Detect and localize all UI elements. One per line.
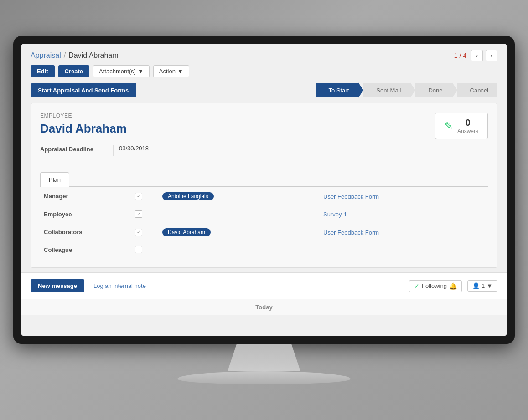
- create-button[interactable]: Create: [58, 65, 89, 77]
- manager-person: Antoine Langlais: [162, 192, 323, 200]
- pagination-label: 1 / 4: [454, 52, 466, 59]
- breadcrumb-parent[interactable]: Appraisal: [31, 51, 61, 60]
- step-cancel[interactable]: Cancel: [457, 83, 497, 97]
- manager-tag: Antoine Langlais: [162, 192, 214, 200]
- table-row: Manager Antoine Langlais User Feedback F…: [40, 187, 488, 205]
- deadline-label: Appraisal Deadline: [40, 145, 113, 153]
- answers-label: Answers: [457, 128, 478, 134]
- step-done[interactable]: Done: [415, 83, 451, 97]
- attachments-button[interactable]: Attachment(s) ▼: [93, 65, 150, 77]
- step-sent-mail[interactable]: Sent Mail: [363, 83, 410, 97]
- collaborators-person: David Abraham: [162, 228, 323, 236]
- arrow-2: [410, 82, 415, 98]
- collaborators-form-link[interactable]: User Feedback Form: [323, 229, 379, 236]
- breadcrumb: Appraisal / David Abraham: [31, 51, 119, 60]
- toolbar: Edit Create Attachment(s) ▼ Action ▼: [21, 65, 507, 82]
- check-icon: ✓: [414, 282, 419, 290]
- action-button[interactable]: Action ▼: [153, 65, 189, 77]
- step-items: To Start Sent Mail Done Cancel: [316, 82, 497, 98]
- plan-table: Manager Antoine Langlais User Feedback F…: [40, 187, 488, 258]
- bell-icon[interactable]: 🔔: [449, 282, 457, 290]
- deadline-value[interactable]: 03/30/2018: [113, 145, 149, 156]
- table-row: Collaborators David Abraham User Feedbac…: [40, 223, 488, 241]
- role-manager: Manager: [44, 193, 135, 200]
- collaborator-tag: David Abraham: [162, 228, 211, 236]
- new-message-button[interactable]: New message: [31, 279, 84, 292]
- tab-bar: Plan: [40, 172, 488, 187]
- arrow-3: [452, 82, 457, 98]
- main-content: ✎ 0 Answers Employee David Abraham: [31, 103, 497, 268]
- pagination: 1 / 4 ‹ ›: [454, 50, 497, 61]
- start-appraisal-button[interactable]: Start Appraisal And Send Forms: [31, 83, 136, 97]
- log-internal-note-link[interactable]: Log an internal note: [93, 282, 146, 289]
- following-label: Following: [422, 282, 447, 289]
- next-button[interactable]: ›: [486, 50, 497, 61]
- followers-count: 1: [481, 282, 485, 289]
- deadline-field-row: Appraisal Deadline 03/30/2018: [40, 145, 488, 156]
- tabs-section: Plan Manager Antoine Langlais: [40, 172, 488, 258]
- role-colleague: Colleague: [44, 246, 135, 253]
- followers-button[interactable]: 👤 1 ▼: [467, 280, 497, 292]
- manager-checkbox[interactable]: [135, 193, 142, 200]
- employee-form-link[interactable]: Survey-1: [323, 211, 347, 218]
- table-row: Colleague: [40, 241, 488, 258]
- today-label: Today: [21, 299, 507, 315]
- follow-section: ✓ Following 🔔 👤 1 ▼: [409, 280, 497, 292]
- edit-button[interactable]: Edit: [31, 65, 55, 77]
- collaborators-checkbox[interactable]: [135, 229, 142, 236]
- chevron-down-icon: ▼: [177, 68, 183, 75]
- answers-box[interactable]: ✎ 0 Answers: [435, 113, 488, 139]
- table-row: Employee Survey-1: [40, 205, 488, 223]
- chevron-down-icon: ▼: [487, 282, 492, 289]
- employee-checkbox[interactable]: [135, 210, 142, 218]
- following-button[interactable]: ✓ Following 🔔: [409, 280, 462, 292]
- role-employee: Employee: [44, 211, 135, 218]
- answers-count: 0: [457, 118, 478, 128]
- workflow-steps: Start Appraisal And Send Forms To Start …: [31, 82, 497, 98]
- status-bar: Start Appraisal And Send Forms To Start …: [21, 82, 507, 98]
- breadcrumb-separator: /: [64, 51, 66, 60]
- edit-icon: ✎: [445, 120, 453, 132]
- message-bar: New message Log an internal note ✓ Follo…: [21, 272, 507, 299]
- role-collaborators: Collaborators: [44, 229, 135, 236]
- people-icon: 👤: [472, 282, 480, 289]
- employee-name: David Abraham: [40, 122, 488, 136]
- prev-button[interactable]: ‹: [471, 50, 483, 61]
- breadcrumb-current: David Abraham: [68, 51, 118, 60]
- step-to-start[interactable]: To Start: [316, 83, 358, 97]
- manager-form-link[interactable]: User Feedback Form: [323, 193, 379, 200]
- chevron-down-icon: ▼: [138, 68, 144, 75]
- tab-plan[interactable]: Plan: [40, 172, 69, 187]
- colleague-checkbox[interactable]: [135, 246, 142, 253]
- arrow-1: [358, 82, 363, 98]
- section-label: Employee: [40, 113, 488, 119]
